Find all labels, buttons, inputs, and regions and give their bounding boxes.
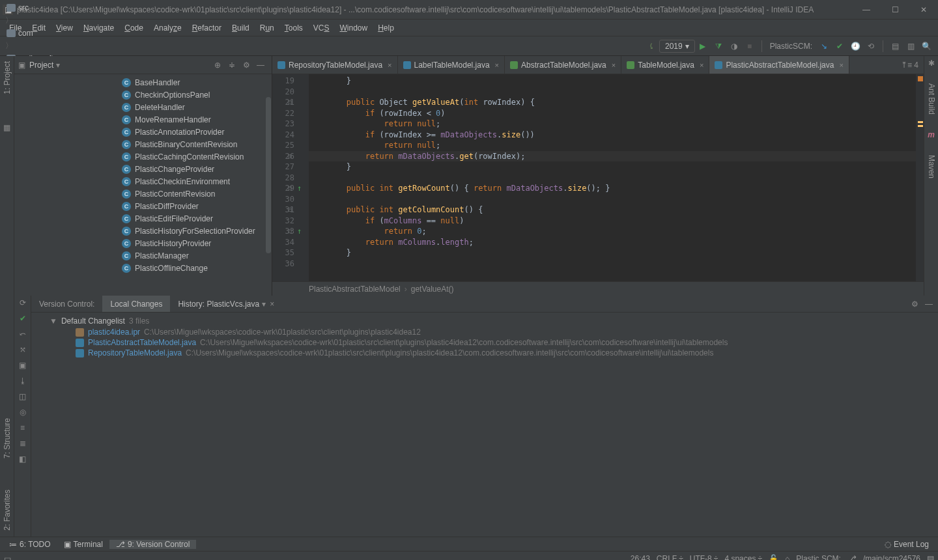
diff-icon[interactable]: ⤲ — [20, 345, 26, 354]
breadcrumb-class[interactable]: PlasticAbstractTableModel — [309, 285, 401, 294]
ant-icon[interactable]: ✱ — [928, 59, 935, 68]
menu-refactor[interactable]: Refactor — [187, 23, 227, 33]
breadcrumb-item[interactable]: com — [4, 26, 111, 40]
history-icon[interactable]: 🕘 — [847, 38, 863, 54]
override-icon[interactable]: ↑ — [297, 226, 302, 237]
menu-tools[interactable]: Tools — [279, 23, 308, 33]
tree-item[interactable]: CMoveRenameHandler — [14, 113, 272, 126]
fold-icon[interactable]: ⊟ — [288, 151, 292, 162]
status-memory-icon[interactable]: ▤ — [927, 554, 934, 561]
run-coverage-button[interactable]: ◑ — [726, 38, 742, 54]
editor-tab[interactable]: PlasticAbstractTableModel.java× — [709, 56, 849, 74]
editor-tab[interactable]: LabelTableModel.java× — [398, 56, 505, 74]
status-readonly-icon[interactable]: 🔓 — [769, 554, 778, 561]
menu-analyze[interactable]: Analyze — [149, 23, 187, 33]
status-branch-icon[interactable]: ⎇ — [847, 554, 857, 561]
tree-item[interactable]: CPlasticManager — [14, 249, 272, 262]
tree-item[interactable]: CPlasticEditFileProvider — [14, 212, 272, 225]
tree-item[interactable]: CPlasticCachingContentRevision — [14, 150, 272, 163]
menu-help[interactable]: Help — [373, 23, 399, 33]
tool-tab-version-control[interactable]: ⎇ 9: Version Control — [109, 540, 196, 549]
revert-icon[interactable]: ⟲ — [863, 38, 879, 54]
tool-tab-maven[interactable]: Maven — [927, 152, 936, 181]
tree-item[interactable]: CPlasticBinaryContentRevision — [14, 138, 272, 150]
fold-icon[interactable]: ⊟ — [288, 183, 292, 194]
menu-vcs[interactable]: VCS — [308, 23, 335, 33]
project-panel-title[interactable]: Project — [29, 61, 53, 70]
tree-item[interactable]: CDeleteHandler — [14, 101, 272, 113]
ide-settings-icon[interactable]: ▤ — [887, 38, 903, 54]
status-encoding[interactable]: UTF-8 ÷ — [690, 554, 718, 561]
vc-tab-history[interactable]: History: PlasticVcs.java ▾ × — [170, 296, 282, 312]
tree-item[interactable]: CPlasticCheckinEnvironment — [14, 175, 272, 188]
changelist-header[interactable]: ▼ Default Changelist 3 files — [31, 315, 938, 327]
editor-tab[interactable]: AbstractTableModel.java× — [505, 56, 621, 74]
fold-icon[interactable]: ⊟ — [288, 226, 292, 237]
debug-button[interactable]: ⧩ — [711, 38, 726, 54]
maven-icon[interactable]: m — [928, 130, 935, 139]
commit-icon[interactable]: ✔ — [832, 38, 847, 54]
override-icon[interactable]: ↑ — [297, 183, 302, 194]
changelist-view[interactable]: ▼ Default Changelist 3 files plastic4ide… — [31, 313, 938, 361]
menu-build[interactable]: Build — [227, 23, 255, 33]
tree-item[interactable]: CPlasticChangeProvider — [14, 163, 272, 175]
vc-tab-local-changes[interactable]: Local Changes — [102, 296, 170, 312]
menu-window[interactable]: Window — [334, 23, 373, 33]
tree-item[interactable]: CPlasticAnnotationProvider — [14, 126, 272, 138]
expand-icon[interactable]: ≡ — [20, 423, 25, 432]
close-tab-icon[interactable]: × — [700, 61, 704, 69]
menu-run[interactable]: Run — [255, 23, 279, 33]
refresh-icon[interactable]: ⟳ — [20, 298, 26, 307]
editor-marker-strip[interactable] — [916, 74, 924, 281]
project-tree[interactable]: CBaseHandlerCCheckinOptionsPanelCDeleteH… — [14, 74, 272, 296]
tree-item[interactable]: CPlasticHistoryForSelectionProvider — [14, 225, 272, 237]
status-line-separator[interactable]: CRLF ÷ — [657, 554, 683, 561]
maximize-button[interactable]: ☐ — [888, 5, 902, 14]
stop-button[interactable]: ■ — [742, 38, 758, 54]
hide-panel-icon[interactable]: — — [253, 61, 268, 70]
tool-tab-event-log[interactable]: ◌ Event Log — [878, 540, 935, 549]
tree-item[interactable]: CCheckinOptionsPanel — [14, 89, 272, 101]
editor-gutter[interactable]: 192021⊟2223242526⊟272829⊟↑3031⊟3233⊟↑343… — [272, 74, 309, 281]
tree-item[interactable]: CBaseHandler — [14, 76, 272, 89]
commit-icon[interactable]: ✔ — [20, 314, 26, 323]
status-branch[interactable]: /main/scm24576 — [863, 554, 920, 561]
search-everywhere-icon[interactable]: 🔍 — [918, 38, 934, 54]
minimize-button[interactable]: — — [860, 5, 873, 14]
shelve-icon[interactable]: ⭳ — [19, 376, 27, 385]
editor-tab[interactable]: RepositoryTableModel.java× — [272, 56, 398, 74]
rollback-icon[interactable]: ⤺ — [20, 329, 26, 339]
status-caret-position[interactable]: 26:43 — [631, 554, 650, 561]
menu-code[interactable]: Code — [119, 23, 149, 33]
breadcrumb-item[interactable]: src — [4, 1, 111, 15]
tool-tab-ant[interactable]: Ant Build — [927, 81, 936, 117]
tool-tab-favorites[interactable]: 2: Favorites — [3, 487, 12, 533]
tree-item[interactable]: CPlasticHistoryProvider — [14, 237, 272, 249]
locate-icon[interactable]: ⊕ — [210, 61, 225, 70]
status-scm-icon[interactable]: ⌂ — [785, 554, 789, 561]
changed-file-row[interactable]: plastic4idea.iprC:\Users\Miguel\wkspaces… — [31, 327, 938, 337]
changed-file-row[interactable]: PlasticAbstractTableModel.javaC:\Users\M… — [31, 337, 938, 348]
collapse-icon[interactable]: ≑ — [225, 61, 239, 70]
gear-icon[interactable]: ⚙ — [911, 300, 918, 309]
changed-file-row[interactable]: RepositoryTableModel.javaC:\Users\Miguel… — [31, 348, 938, 358]
fold-icon[interactable]: ⊟ — [288, 204, 292, 216]
tree-scrollbar[interactable] — [266, 97, 271, 253]
collapse-icon[interactable]: ≣ — [20, 439, 26, 448]
build-icon[interactable]: ⤹ — [644, 38, 659, 54]
tool-tab-structure[interactable]: 7: Structure — [3, 415, 12, 461]
close-tab-icon[interactable]: × — [612, 61, 616, 69]
run-button[interactable]: ▶ — [695, 38, 711, 54]
tab-overflow-icon[interactable]: ⤒≡ 4 — [901, 61, 918, 70]
tool-tab-todo[interactable]: ≔ 6: TODO — [3, 540, 57, 549]
tree-item[interactable]: CPlasticDiffProvider — [14, 200, 272, 212]
status-messages-icon[interactable]: ▭ — [4, 554, 11, 561]
breadcrumb-method[interactable]: getValueAt() — [411, 285, 454, 294]
group-icon[interactable]: ◫ — [19, 392, 26, 401]
hide-panel-icon[interactable]: — — [925, 300, 933, 309]
run-config-selector[interactable]: 2019 ▾ — [659, 40, 695, 53]
update-icon[interactable]: ↘ — [816, 38, 832, 54]
tree-item[interactable]: CPlasticContentRevision — [14, 188, 272, 200]
tool-tab-terminal[interactable]: ▣ Terminal — [57, 540, 109, 549]
file-icon[interactable]: ▦ — [3, 123, 10, 132]
